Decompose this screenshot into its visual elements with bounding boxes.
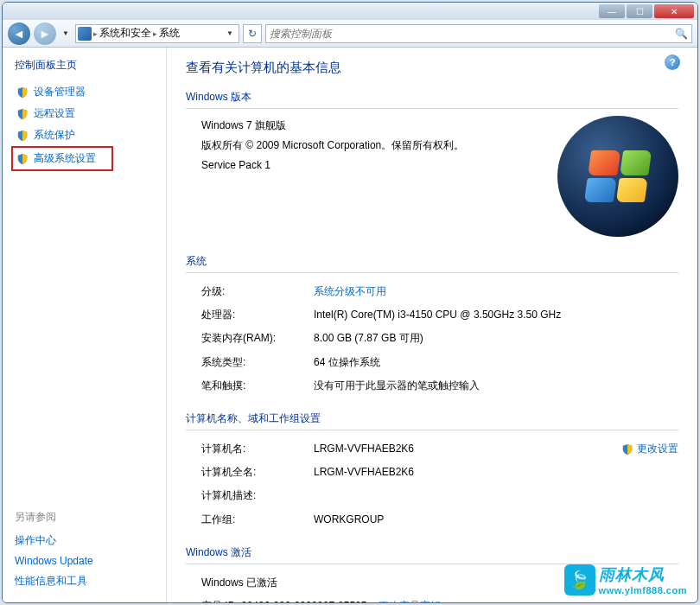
sidebar-item-device-manager[interactable]: 设备管理器 <box>15 81 166 103</box>
table-row: 安装内存(RAM):8.00 GB (7.87 GB 可用) <box>201 327 678 350</box>
info-label: 计算机描述: <box>201 487 314 504</box>
sidebar-item-label: 系统保护 <box>34 128 75 143</box>
shield-icon <box>16 153 29 165</box>
table-row: 计算机描述: <box>201 484 678 507</box>
search-box[interactable]: 🔍 <box>265 24 692 43</box>
help-icon[interactable]: ? <box>665 54 680 70</box>
see-also-performance[interactable]: 性能信息和工具 <box>15 570 166 592</box>
breadcrumb-item[interactable]: 系统 <box>159 26 180 41</box>
description-value <box>314 487 678 504</box>
windows-logo-icon <box>557 116 678 237</box>
section-activation: Windows 激活 <box>186 545 678 564</box>
edition-name: Windows 7 旗舰版 <box>201 116 540 136</box>
breadcrumb-dropdown-icon[interactable]: ▼ <box>223 29 237 37</box>
pen-touch-value: 没有可用于此显示器的笔或触控输入 <box>314 378 678 394</box>
sidebar-item-label: 设备管理器 <box>34 85 86 99</box>
control-panel-icon <box>78 27 92 41</box>
info-label: 分级: <box>201 283 314 300</box>
windows-edition-block: Windows 7 旗舰版 版权所有 © 2009 Microsoft Corp… <box>186 116 678 237</box>
nav-history-dropdown[interactable]: ▼ <box>60 28 72 40</box>
titlebar: — ☐ ✕ <box>3 3 697 20</box>
sidebar: 控制面板主页 设备管理器 远程设置 系统保护 高级系统设置 另请参阅 操作中心 … <box>3 48 167 602</box>
main-content: ? 查看有关计算机的基本信息 Windows 版本 Windows 7 旗舰版 … <box>167 48 697 602</box>
info-label: 计算机名: <box>201 441 314 457</box>
sidebar-item-advanced[interactable]: 高级系统设置 <box>11 146 113 171</box>
change-settings-link[interactable]: 更改设置 <box>621 441 678 457</box>
info-label: 系统类型: <box>201 354 314 371</box>
table-row: 计算机名: LRGM-VVFHAEB2K6 更改设置 <box>201 437 678 461</box>
sidebar-item-remote[interactable]: 远程设置 <box>15 103 166 124</box>
info-label: 安装内存(RAM): <box>201 330 314 347</box>
breadcrumb-sep-icon: ▸ <box>153 29 157 38</box>
see-also-title: 另请参阅 <box>15 510 166 525</box>
table-row: 处理器:Intel(R) Core(TM) i3-4150 CPU @ 3.50… <box>201 303 678 327</box>
search-input[interactable] <box>270 28 675 40</box>
page-title: 查看有关计算机的基本信息 <box>186 60 678 76</box>
section-windows-edition: Windows 版本 <box>186 90 678 109</box>
sidebar-item-label: 高级系统设置 <box>34 151 96 166</box>
window: — ☐ ✕ ◄ ► ▼ ▸ 系统和安全 ▸ 系统 ▼ ↻ 🔍 控制面板主页 设备… <box>2 2 698 603</box>
shield-icon <box>16 86 29 99</box>
activation-status: Windows 已激活 <box>201 575 277 591</box>
table-row: 产品 ID: 00426-292-0000007-85525 更改产品密钥 <box>201 595 678 602</box>
computer-name-value: LRGM-VVFHAEB2K6 <box>314 441 621 457</box>
table-row: 计算机全名:LRGM-VVFHAEB2K6 <box>201 461 678 484</box>
refresh-button[interactable]: ↻ <box>243 24 262 43</box>
windows-edition-text: Windows 7 旗舰版 版权所有 © 2009 Microsoft Corp… <box>186 116 540 237</box>
sidebar-title[interactable]: 控制面板主页 <box>15 58 166 73</box>
maximize-button[interactable]: ☐ <box>627 4 652 18</box>
breadcrumb-sep-icon: ▸ <box>93 29 98 38</box>
full-name-value: LRGM-VVFHAEB2K6 <box>314 464 678 481</box>
activation-table: Windows 已激活 产品 ID: 00426-292-0000007-855… <box>186 571 678 602</box>
nav-back-button[interactable]: ◄ <box>8 22 30 45</box>
copyright-text: 版权所有 © 2009 Microsoft Corporation。保留所有权利… <box>201 136 540 156</box>
minimize-button[interactable]: — <box>599 4 625 18</box>
rating-link[interactable]: 系统分级不可用 <box>314 283 678 300</box>
section-system: 系统 <box>186 254 678 273</box>
window-body: 控制面板主页 设备管理器 远程设置 系统保护 高级系统设置 另请参阅 操作中心 … <box>3 48 697 602</box>
shield-icon <box>16 130 29 142</box>
section-computer-name: 计算机名称、域和工作组设置 <box>186 411 678 430</box>
computer-info-table: 计算机名: LRGM-VVFHAEB2K6 更改设置 计算机全名:LRGM-VV… <box>186 437 678 532</box>
change-product-key-link[interactable]: 更改产品密钥 <box>379 598 678 602</box>
shield-icon <box>621 443 633 455</box>
table-row: 笔和触摸:没有可用于此显示器的笔或触控输入 <box>201 374 678 398</box>
info-label: 计算机全名: <box>201 464 314 481</box>
info-label: 笔和触摸: <box>201 378 314 394</box>
table-row: 分级:系统分级不可用 <box>201 280 678 303</box>
see-also-action-center[interactable]: 操作中心 <box>15 530 166 551</box>
shield-icon <box>16 108 29 120</box>
table-row: 工作组:WORKGROUP <box>201 508 678 532</box>
workgroup-value: WORKGROUP <box>314 512 678 528</box>
sidebar-item-protection[interactable]: 系统保护 <box>15 124 166 146</box>
breadcrumb[interactable]: ▸ 系统和安全 ▸ 系统 ▼ <box>75 24 239 43</box>
nav-forward-button[interactable]: ► <box>34 22 56 45</box>
service-pack: Service Pack 1 <box>201 156 540 175</box>
system-info-table: 分级:系统分级不可用 处理器:Intel(R) Core(TM) i3-4150… <box>186 280 678 398</box>
system-type-value: 64 位操作系统 <box>314 354 678 371</box>
breadcrumb-item[interactable]: 系统和安全 <box>99 26 151 41</box>
info-label: 处理器: <box>201 307 314 323</box>
product-id: 产品 ID: 00426-292-0000007-85525 <box>201 598 366 602</box>
table-row: 系统类型:64 位操作系统 <box>201 351 678 374</box>
table-row: Windows 已激活 <box>201 571 678 595</box>
ram-value: 8.00 GB (7.87 GB 可用) <box>314 330 678 347</box>
processor-value: Intel(R) Core(TM) i3-4150 CPU @ 3.50GHz … <box>314 307 678 323</box>
see-also-windows-update[interactable]: Windows Update <box>15 551 166 570</box>
toolbar: ◄ ► ▼ ▸ 系统和安全 ▸ 系统 ▼ ↻ 🔍 <box>3 20 697 48</box>
sidebar-item-label: 远程设置 <box>34 106 75 121</box>
close-button[interactable]: ✕ <box>654 4 694 18</box>
search-icon: 🔍 <box>675 28 688 40</box>
info-label: 工作组: <box>201 512 314 528</box>
